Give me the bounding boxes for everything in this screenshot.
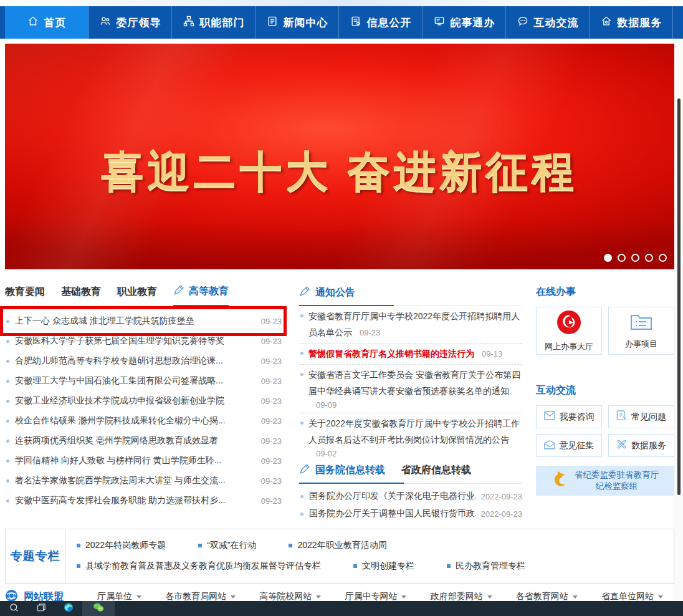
hero-banner[interactable]: 喜迎二十大 奋进新征程 xyxy=(5,44,674,269)
notice-item-alert[interactable]: 警惕假冒省教育厅名义推销书籍的违法行为09-13 xyxy=(299,344,522,365)
sidebar: 在线办事 网上办事大厅 办事项目 互动交流 我要咨询 ? xyxy=(536,286,674,496)
bullet xyxy=(300,352,303,355)
news-item-highlighted[interactable]: 上下一心 众志成城 淮北理工学院共筑防疫堡垒 09-23 xyxy=(5,311,282,331)
taskbar-task-view-button[interactable] xyxy=(27,601,55,616)
banner-headline: 喜迎二十大 奋进新征程 xyxy=(5,143,674,200)
chevron-down-icon xyxy=(401,595,406,599)
nav-label: 数据服务 xyxy=(618,16,662,30)
tab-higher-education[interactable]: 高等教育 xyxy=(173,284,229,306)
card-service-hall[interactable]: 网上办事大厅 xyxy=(536,307,602,355)
org-chart-icon xyxy=(183,15,195,31)
bullet xyxy=(6,460,9,463)
nav-item-departments[interactable]: 职能部门 xyxy=(172,6,256,39)
carousel-dot-2[interactable] xyxy=(618,254,626,262)
nav-item-interaction[interactable]: 互动交流 xyxy=(506,6,590,39)
nav-item-data-service[interactable]: 数据服务 xyxy=(590,6,673,39)
carousel-dot-4[interactable] xyxy=(645,254,653,262)
nav-label: 互动交流 xyxy=(534,16,579,30)
faq-button[interactable]: ? 常见问题 xyxy=(608,405,674,428)
wechat-icon xyxy=(93,602,104,615)
discipline-text: 省纪委监委驻省教育厅纪检监察组 xyxy=(575,469,659,492)
news-item[interactable]: 合肥幼儿师范高等专科学校专题研讨思想政治理论课... 09-23 xyxy=(5,351,282,371)
carousel-dot-3[interactable] xyxy=(631,254,639,262)
task-view-icon xyxy=(37,603,46,615)
tab-state-council-info[interactable]: 国务院信息转载 xyxy=(299,463,385,483)
bullet xyxy=(6,499,9,503)
news-list: 上下一心 众志成城 淮北理工学院共筑防疫堡垒 09-23 安徽医科大学学子获第七… xyxy=(5,306,282,511)
chevron-down-icon xyxy=(231,595,236,599)
data-service-button[interactable]: 数据服务 xyxy=(608,434,674,457)
taskbar-wechat-button[interactable] xyxy=(82,601,115,616)
bullet xyxy=(6,340,9,343)
pencil-icon xyxy=(299,286,310,299)
tab-basic-education[interactable]: 基础教育 xyxy=(61,286,101,306)
nav-item-info-disclosure[interactable]: 信息公开 xyxy=(339,6,423,39)
topic-link[interactable]: “双减”在行动 xyxy=(198,540,256,551)
scrollbar-thumb[interactable] xyxy=(677,99,681,495)
carousel-dot-1[interactable] xyxy=(604,254,612,262)
topic-link[interactable]: 文明创建专栏 xyxy=(353,561,414,572)
news-section: 教育要闻 基础教育 职业教育 高等教育 上下一心 众志成城 淮北理工学院共筑防疫… xyxy=(5,284,282,511)
gov-item[interactable]: 国务院办公厅关于调整中国人民银行货币政... 2022-09-23 xyxy=(299,505,522,522)
card-service-projects[interactable]: 办事项目 xyxy=(608,307,674,355)
notice-section: 通知公告 安徽省教育厅厅属中专学校2022年度公开招聘拟聘用人员名单公示09-2… xyxy=(299,284,522,522)
pencil-icon xyxy=(173,284,184,298)
folder-list-icon xyxy=(629,312,653,335)
topic-link[interactable]: 2022年特岗教师专题 xyxy=(77,540,166,551)
news-item[interactable]: 安徽中医药高专发挥社会服务职能 助力选派帮扶村乡... 09-23 xyxy=(5,491,282,511)
chevron-down-icon xyxy=(573,595,578,599)
tab-education-news[interactable]: 教育要闻 xyxy=(5,286,45,306)
interaction-title: 互动交流 xyxy=(536,384,674,397)
notice-item[interactable]: 安徽省语言文字工作委员会 安徽省教育厅关于公布第四届中华经典诵写讲大赛安徽省预选… xyxy=(299,365,522,413)
bullet xyxy=(6,400,9,403)
topic-link[interactable]: 民办教育管理专栏 xyxy=(447,561,525,572)
taskbar-search-button[interactable] xyxy=(0,601,27,616)
news-tabs: 教育要闻 基础教育 职业教育 高等教育 xyxy=(5,284,282,306)
news-item[interactable]: 安徽工业经济职业技术学院成功申报省级创新创业学院 09-23 xyxy=(5,391,282,411)
search-icon xyxy=(9,603,19,615)
news-item[interactable]: 著名法学家做客皖西学院政法周末大讲堂 与师生交流... 09-23 xyxy=(5,471,282,491)
notice-item[interactable]: 关于2022年度安徽省教育厅厅属中专学校公开招聘工作人员报名后达不到开考比例岗位… xyxy=(299,413,522,460)
topic-link[interactable]: 2022年职业教育活动周 xyxy=(289,540,386,551)
tab-vocational-education[interactable]: 职业教育 xyxy=(117,286,157,306)
monitor-icon xyxy=(433,15,446,31)
chevron-down-icon xyxy=(658,595,663,599)
news-item[interactable]: 连获两项优秀组织奖 亳州学院网络思政教育成效显著 09-23 xyxy=(5,431,282,451)
square-bullet xyxy=(198,544,202,547)
nav-item-wanshi-tongban[interactable]: 皖事通办 xyxy=(423,6,506,39)
notice-header: 通知公告 xyxy=(299,284,522,306)
notice-list: 安徽省教育厅厅属中专学校2022年度公开招聘拟聘用人员名单公示09-23 警惕假… xyxy=(299,306,522,460)
news-doc-icon xyxy=(266,15,279,31)
gov-item[interactable]: 国务院办公厅印发《关于深化电子电器行业... 2022-09-23 xyxy=(299,488,522,505)
chevron-down-icon xyxy=(316,595,321,599)
nav-label: 新闻中心 xyxy=(284,16,328,30)
interaction-buttons: 我要咨询 ? 常见问题 意见征集 数据服务 xyxy=(536,405,674,457)
open-mail-icon xyxy=(544,440,555,452)
discipline-inspection-banner[interactable]: 省纪委监委驻省教育厅纪检监察组 xyxy=(536,466,674,496)
nav-label: 职能部门 xyxy=(200,16,245,30)
square-bullet xyxy=(77,544,80,547)
news-item[interactable]: 安徽理工大学与中国石油化工集团有限公司签署战略... 09-23 xyxy=(5,371,282,391)
topic-link[interactable]: 县域学前教育普及普惠及义务教育优质均衡发展督导评估专栏 xyxy=(77,561,321,572)
notice-title-tab[interactable]: 通知公告 xyxy=(299,286,355,306)
svg-text:?: ? xyxy=(619,411,623,418)
news-item[interactable]: 学回信精神 向好人致敬 与榜样同行 黄山学院师生聆... 09-23 xyxy=(5,451,282,471)
nav-item-home[interactable]: 首页 xyxy=(5,6,88,39)
news-item[interactable]: 校企合作结硕果 滁州学院科技成果转化全椒分中心揭... 09-23 xyxy=(5,411,282,431)
carousel-dot-5[interactable] xyxy=(659,254,667,262)
main-nav: 首页 委厅领导 职能部门 新闻中心 信息公开 皖事通办 互动交流 数据服务 xyxy=(0,6,683,39)
news-item[interactable]: 安徽医科大学学子获第七届全国生理学知识竞赛特等奖 09-23 xyxy=(5,331,282,351)
bullet xyxy=(6,420,9,423)
nav-item-news-center[interactable]: 新闻中心 xyxy=(256,6,339,39)
taskbar-edge-button[interactable] xyxy=(55,601,82,616)
bullet xyxy=(6,360,9,363)
feedback-button[interactable]: 意见征集 xyxy=(536,434,602,457)
chevron-down-icon xyxy=(487,595,492,599)
bullet xyxy=(6,440,9,443)
notice-item[interactable]: 安徽省教育厅厅属中专学校2022年度公开招聘拟聘用人员名单公示09-23 xyxy=(299,306,522,344)
consult-button[interactable]: 我要咨询 xyxy=(536,405,602,428)
square-bullet xyxy=(289,544,292,547)
nav-item-leaders[interactable]: 委厅领导 xyxy=(88,6,172,39)
nav-label: 信息公开 xyxy=(367,16,412,30)
tab-provincial-gov-info[interactable]: 省政府信息转载 xyxy=(401,464,471,483)
